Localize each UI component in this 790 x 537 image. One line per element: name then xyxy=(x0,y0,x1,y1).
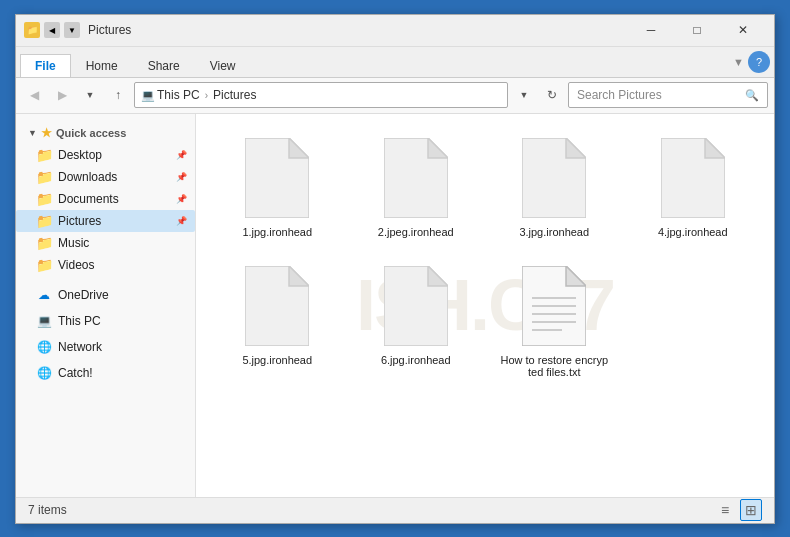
path-dropdown-button[interactable]: ▼ xyxy=(512,83,536,107)
sidebar-item-onedrive[interactable]: ☁ OneDrive xyxy=(16,284,195,306)
sidebar-item-thispc[interactable]: 💻 This PC xyxy=(16,310,195,332)
pin-icon-desktop: 📌 xyxy=(176,150,187,160)
catch-icon: 🌐 xyxy=(36,365,52,381)
minimize-button[interactable]: ─ xyxy=(628,14,674,46)
thispc-icon: 💻 xyxy=(36,313,52,329)
folder-icon-downloads: 📁 xyxy=(36,169,52,185)
window-controls: ─ □ ✕ xyxy=(628,14,766,46)
file-icon-5 xyxy=(241,262,313,350)
folder-icon-music: 📁 xyxy=(36,235,52,251)
file-label-4: 4.jpg.ironhead xyxy=(658,226,728,238)
up-button[interactable]: ↑ xyxy=(106,83,130,107)
search-box[interactable]: Search Pictures 🔍 xyxy=(568,82,768,108)
file-label-6: 6.jpg.ironhead xyxy=(381,354,451,366)
path-thispc-label: This PC xyxy=(157,88,200,102)
file-item-5[interactable]: 5.jpg.ironhead xyxy=(212,258,343,382)
file-icon-2 xyxy=(380,134,452,222)
svg-marker-11 xyxy=(428,266,448,286)
sidebar: ▼ ★ Quick access 📁 Desktop 📌 📁 Downloads… xyxy=(16,114,196,497)
back-button[interactable]: ◀ xyxy=(22,83,46,107)
tiles-view-button[interactable]: ⊞ xyxy=(740,499,762,521)
chevron-down-icon: ▼ xyxy=(64,22,80,38)
path-pictures-label: Pictures xyxy=(213,88,256,102)
file-item-4[interactable]: 4.jpg.ironhead xyxy=(628,130,759,242)
file-label-7: How to restore encrypted files.txt xyxy=(499,354,609,378)
tab-file[interactable]: File xyxy=(20,54,71,77)
star-icon: ★ xyxy=(41,126,52,140)
file-label-2: 2.jpeg.ironhead xyxy=(378,226,454,238)
help-button[interactable]: ? xyxy=(748,51,770,73)
svg-marker-7 xyxy=(705,138,725,158)
sidebar-item-desktop[interactable]: 📁 Desktop 📌 xyxy=(16,144,195,166)
file-label-5: 5.jpg.ironhead xyxy=(242,354,312,366)
sidebar-item-documents[interactable]: 📁 Documents 📌 xyxy=(16,188,195,210)
path-pc: 💻 This PC › Pictures xyxy=(141,88,256,102)
details-view-button[interactable]: ≡ xyxy=(714,499,736,521)
sidebar-onedrive-label: OneDrive xyxy=(58,288,109,302)
close-button[interactable]: ✕ xyxy=(720,14,766,46)
title-bar-icons: 📁 ◀ ▼ xyxy=(24,22,80,38)
sidebar-item-videos[interactable]: 📁 Videos xyxy=(16,254,195,276)
pin-icon-documents: 📌 xyxy=(176,194,187,204)
sidebar-downloads-label: Downloads xyxy=(58,170,117,184)
forward-button[interactable]: ▶ xyxy=(50,83,74,107)
refresh-button[interactable]: ↻ xyxy=(540,83,564,107)
ribbon: File Home Share View ▼ ? xyxy=(16,47,774,78)
sidebar-item-catch[interactable]: 🌐 Catch! xyxy=(16,362,195,384)
file-icon-7 xyxy=(518,262,590,350)
quick-access-header[interactable]: ▼ ★ Quick access xyxy=(16,122,195,144)
path-arrow-1: › xyxy=(205,90,208,101)
quick-access-label: Quick access xyxy=(56,127,126,139)
file-item-3[interactable]: 3.jpg.ironhead xyxy=(489,130,620,242)
main-content: ▼ ★ Quick access 📁 Desktop 📌 📁 Downloads… xyxy=(16,114,774,497)
sidebar-thispc-label: This PC xyxy=(58,314,101,328)
folder-icon-desktop: 📁 xyxy=(36,147,52,163)
folder-icon-pictures: 📁 xyxy=(36,213,52,229)
svg-marker-9 xyxy=(289,266,309,286)
tab-share[interactable]: Share xyxy=(133,54,195,77)
svg-marker-5 xyxy=(566,138,586,158)
file-icon-3 xyxy=(518,134,590,222)
svg-marker-1 xyxy=(289,138,309,158)
file-item-1[interactable]: 1.jpg.ironhead xyxy=(212,130,343,242)
file-item-7[interactable]: How to restore encrypted files.txt xyxy=(489,258,620,382)
file-item-2[interactable]: 2.jpeg.ironhead xyxy=(351,130,482,242)
sidebar-network-label: Network xyxy=(58,340,102,354)
sidebar-desktop-label: Desktop xyxy=(58,148,102,162)
sidebar-videos-label: Videos xyxy=(58,258,94,272)
folder-icon-documents: 📁 xyxy=(36,191,52,207)
svg-marker-13 xyxy=(566,266,586,286)
sidebar-catch-label: Catch! xyxy=(58,366,93,380)
file-item-6[interactable]: 6.jpg.ironhead xyxy=(351,258,482,382)
address-bar: ◀ ▶ ▼ ↑ 💻 This PC › Pictures ▼ ↻ Search … xyxy=(16,78,774,114)
tab-home[interactable]: Home xyxy=(71,54,133,77)
sidebar-pictures-label: Pictures xyxy=(58,214,101,228)
files-area: ISH.C77 1.jpg.ironhead xyxy=(196,114,774,497)
pin-icon-pictures: 📌 xyxy=(176,216,187,226)
sidebar-documents-label: Documents xyxy=(58,192,119,206)
network-icon: 🌐 xyxy=(36,339,52,355)
explorer-window: 📁 ◀ ▼ Pictures ─ □ ✕ File Home Share Vie… xyxy=(15,14,775,524)
folder-icon-videos: 📁 xyxy=(36,257,52,273)
ribbon-tabs: File Home Share View ▼ ? xyxy=(16,47,774,77)
svg-marker-3 xyxy=(428,138,448,158)
tab-view[interactable]: View xyxy=(195,54,251,77)
sidebar-item-pictures[interactable]: 📁 Pictures 📌 xyxy=(16,210,195,232)
quick-access-arrow: ▼ xyxy=(28,128,37,138)
down-chevron-button[interactable]: ▼ xyxy=(78,83,102,107)
search-placeholder: Search Pictures xyxy=(577,88,662,102)
sidebar-item-network[interactable]: 🌐 Network xyxy=(16,336,195,358)
item-count: 7 items xyxy=(28,503,67,517)
sidebar-music-label: Music xyxy=(58,236,89,250)
sidebar-item-music[interactable]: 📁 Music xyxy=(16,232,195,254)
maximize-button[interactable]: □ xyxy=(674,14,720,46)
pin-icon-downloads: 📌 xyxy=(176,172,187,182)
address-path[interactable]: 💻 This PC › Pictures xyxy=(134,82,508,108)
file-label-3: 3.jpg.ironhead xyxy=(519,226,589,238)
file-icon-4 xyxy=(657,134,729,222)
file-label-1: 1.jpg.ironhead xyxy=(242,226,312,238)
back-icon-small: ◀ xyxy=(44,22,60,38)
sidebar-item-downloads[interactable]: 📁 Downloads 📌 xyxy=(16,166,195,188)
file-icon-1 xyxy=(241,134,313,222)
folder-icon: 📁 xyxy=(24,22,40,38)
